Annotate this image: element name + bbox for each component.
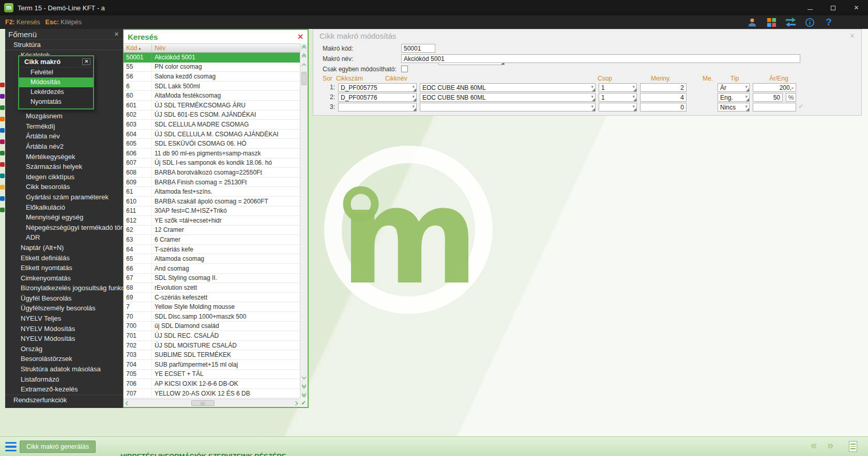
ar-input[interactable]: 200,- — [753, 83, 796, 92]
menny-input[interactable]: 4 — [640, 93, 687, 102]
info-icon[interactable] — [803, 17, 816, 28]
cikkszam-combo[interactable]: D_PF005775▾ — [338, 83, 417, 92]
sidebar-item-bizonylatkezel-s-jogosults-g-funkc[interactable]: Bizonylatkezelés jogosultság funkc — [5, 283, 123, 293]
sidebar-item-nyelv-m-dos-t-s[interactable]: NYELV Módosítás — [5, 324, 123, 334]
csak-egyben-checkbox[interactable] — [401, 66, 408, 72]
search-row[interactable]: 607Új SDL I-es samponok és kondik 18.06.… — [124, 159, 300, 168]
search-row[interactable]: 6SDL Lakk 500ml — [124, 82, 300, 91]
search-row[interactable]: 65Altamoda csomag — [124, 254, 300, 264]
ar-input[interactable]: 50 — [753, 93, 783, 102]
cikknev-combo[interactable]: ▾ — [420, 103, 596, 112]
accept-icon[interactable]: ✓ — [300, 399, 307, 406]
popup-close-icon[interactable]: ✕ — [82, 58, 90, 65]
sidebar-item-idegen-cikkt-pus[interactable]: Idegen cikktípus — [5, 172, 123, 182]
menubar-search[interactable]: F2:Keresés — [5, 19, 40, 26]
sync-icon[interactable] — [784, 17, 797, 28]
search-row[interactable]: 700új SDL Diamond család — [124, 322, 300, 332]
user-icon[interactable] — [746, 17, 758, 28]
popup-item-m-dos-t-s[interactable]: Módosítás — [19, 77, 93, 87]
makro-kod-input[interactable]: 50001 — [401, 44, 435, 53]
menubar-exit[interactable]: Esc:Kilépés — [45, 19, 82, 26]
sidebar-close-icon[interactable]: ✕ — [114, 31, 119, 38]
search-row[interactable]: 604ÚJ SDL CELLULA M. CSOMAG AJÁNDÉKAI — [124, 130, 300, 139]
next-page-icon[interactable]: » — [827, 439, 833, 452]
search-row[interactable]: 703SUBLIME SDL TERMÉKEK — [124, 350, 300, 360]
apps-icon[interactable] — [765, 17, 778, 28]
minimize-button[interactable] — [798, 0, 821, 15]
scroll-pagedown-icon[interactable] — [300, 381, 308, 390]
prev-page-icon[interactable]: « — [811, 439, 817, 452]
ar-input[interactable] — [753, 103, 796, 112]
vertical-scrollbar[interactable] — [300, 43, 308, 399]
scroll-pageup-icon[interactable] — [300, 52, 308, 61]
sidebar-item-cimkenyomtat-s[interactable]: Cimkenyomtatás — [5, 273, 123, 284]
search-row[interactable]: 7Yellow Style Molding mousse — [124, 302, 300, 312]
csop-combo[interactable]: ▾ — [599, 103, 637, 112]
search-row[interactable]: 706AP KICSI OXIK 12-6-6 DB-OK — [124, 379, 300, 389]
search-row[interactable]: 702ÚJ SDL MOISTURE CSALÁD — [124, 341, 300, 351]
horizontal-scrollbar[interactable]: ||| — [124, 399, 300, 407]
search-row[interactable]: 705YE ECSET + TÁL — [124, 370, 300, 380]
scroll-left-icon[interactable] — [124, 399, 132, 407]
search-row[interactable]: 67SDL Styling csomag II. — [124, 274, 300, 284]
sidebar-item-mennyis-gi-egys-g[interactable]: Mennyiségi egység — [5, 212, 123, 223]
sidebar-item-gy-rt-si-sz-m-param-terek[interactable]: Gyártási szám paraméterek — [5, 192, 123, 202]
sidebar-item-etikett-nyomtat-s[interactable]: Etikett nyomtatás — [5, 263, 123, 273]
search-row[interactable]: 6212 Cramer — [124, 226, 300, 235]
sidebar-item-nyelv-teljes[interactable]: NYELV Teljes — [5, 313, 123, 324]
sidebar-item-napt-r-alt-n[interactable]: Naptár (Alt+N) — [5, 243, 123, 253]
search-row[interactable]: 602ÚJ SDL 601-ES CSOM. AJÁNDÉKAI — [124, 111, 300, 120]
search-row[interactable]: 701ÚJ SDL REC. CSALÁD — [124, 331, 300, 341]
hscroll-track[interactable]: ||| — [132, 399, 292, 407]
search-row[interactable]: 610BARBA szakáll ápoló csomag = 20060FT — [124, 197, 300, 207]
csop-combo[interactable]: 1▾ — [599, 93, 637, 102]
search-row[interactable]: 608BARBA borotválkozó csomag=22550Ft — [124, 168, 300, 178]
search-row[interactable]: 601ÚJ SDL TERMÉKCSOMAG ÁRU — [124, 101, 300, 111]
cikkszam-combo[interactable]: D_PF005776▾ — [338, 93, 417, 102]
sidebar-item-etikett-defini-l-s[interactable]: Etikett definiálás — [5, 253, 123, 263]
search-row[interactable]: 55PN color csomag — [124, 62, 300, 72]
makro-nev-input[interactable]: Akciókód 5001 — [401, 54, 800, 63]
search-row[interactable]: 50001Akciókód 5001 — [124, 53, 300, 62]
vscrollbar-thumb[interactable] — [301, 72, 307, 85]
form-close-icon[interactable]: ✕ — [849, 32, 855, 40]
search-row[interactable]: 704SUB parfümpermet+15 ml olaj — [124, 360, 300, 370]
close-button[interactable]: ✕ — [845, 0, 868, 15]
search-row[interactable]: 56Salona kezdő csomag — [124, 72, 300, 82]
sidebar-item-strukt-ra[interactable]: Struktúra — [5, 40, 123, 50]
sidebar-item-term-kd-j[interactable]: Termékdíj — [5, 121, 123, 132]
sidebar-item-orsz-g[interactable]: Ország — [5, 344, 123, 354]
scroll-last-icon[interactable] — [300, 390, 308, 399]
document-icon[interactable] — [849, 441, 857, 452]
popup-item-lek-rdez-s[interactable]: Lekérdezés — [19, 87, 93, 97]
sidebar-item-besorol-st-rzsek[interactable]: Besorolástörzsek — [5, 354, 123, 364]
help-icon[interactable]: ? — [823, 17, 835, 28]
sidebar-item-gyf-l-besorol-s[interactable]: Ügyfél Besorolás — [5, 293, 123, 304]
search-row[interactable]: 60611 db 90 ml-es pigments+samp-maszk — [124, 149, 300, 159]
search-row[interactable]: 61Altamoda fest+színs. — [124, 187, 300, 197]
search-row[interactable]: 609BARBA Finish csomag = 25130Ft — [124, 178, 300, 187]
search-row[interactable]: 707YELLOW 20-AS OXIK 12 ÉS 6 DB — [124, 389, 300, 399]
sidebar-item-adr[interactable]: ADR — [5, 232, 123, 243]
hscrollbar-thumb[interactable]: ||| — [191, 400, 215, 406]
sidebar-item-rt-bla-n-v2[interactable]: Ártábla név2 — [5, 141, 123, 152]
search-row[interactable]: 603SDL CELLULA MADRE CSOMAG — [124, 120, 300, 130]
search-row[interactable]: 69C-szériás kefeszett — [124, 293, 300, 303]
generate-macro-button[interactable]: Cikk makró generálás — [20, 441, 96, 453]
tip-combo[interactable]: Eng.▾ — [718, 93, 750, 102]
sidebar-item-gyf-lszem-ly-besorol-s[interactable]: Ügyfélszemély besorolás — [5, 303, 123, 313]
search-row[interactable]: 605SDL ESKÜVŐI CSOMAG 06. HÓ — [124, 139, 300, 149]
scroll-first-icon[interactable] — [300, 43, 308, 52]
search-row[interactable]: 636 Cramer — [124, 235, 300, 245]
sidebar-item-mozg-snem[interactable]: Mozgásnem — [5, 111, 123, 121]
sidebar-item-m-rt-kegys-gek[interactable]: Mértékegységek — [5, 152, 123, 162]
menny-input[interactable]: 2 — [640, 83, 687, 92]
cikkszam-combo[interactable]: ▾ — [338, 103, 417, 112]
search-close-icon[interactable]: ✕ — [297, 33, 303, 41]
search-row[interactable]: 70SDL Disc.samp 1000+maszk 500 — [124, 312, 300, 322]
sidebar-item-n-peg-szs-g-gyi-term-kad-t-r[interactable]: Népegészségügyi termékadó tör — [5, 223, 123, 233]
column-header-kod[interactable]: Kód ▴ — [124, 44, 152, 52]
sidebar-item-sz-rmaz-si-helyek[interactable]: Származási helyek — [5, 162, 123, 172]
menny-input[interactable]: 0 — [640, 103, 687, 112]
scroll-right-icon[interactable] — [292, 399, 300, 407]
